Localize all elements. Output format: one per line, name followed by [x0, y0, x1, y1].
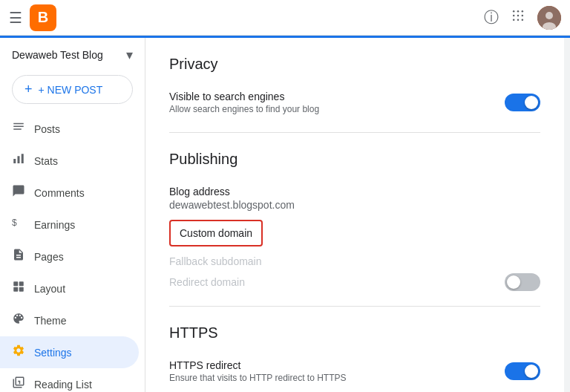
blog-address-content: Blog address dewawebtest.blogspot.com	[169, 186, 540, 211]
hamburger-icon[interactable]: ☰	[9, 9, 22, 27]
theme-icon	[12, 312, 25, 329]
chevron-down-icon: ▾	[126, 47, 133, 63]
svg-point-6	[513, 19, 515, 22]
sidebar-item-comments-label: Comments	[34, 187, 85, 199]
svg-point-1	[517, 10, 520, 12]
sidebar-item-stats-label: Stats	[34, 155, 58, 167]
avatar[interactable]	[537, 6, 561, 30]
privacy-section-title: Privacy	[169, 56, 540, 73]
svg-rect-16	[18, 156, 20, 163]
sidebar-item-reading-list[interactable]: Reading List	[0, 368, 139, 392]
visible-search-row: Visible to search engines Allow search e…	[169, 85, 540, 120]
visible-search-content: Visible to search engines Allow search e…	[169, 91, 505, 114]
sidebar-item-reading-list-label: Reading List	[34, 379, 92, 391]
scrollbar[interactable]	[564, 38, 570, 392]
https-section: HTTPS HTTPS redirect Ensure that visits …	[169, 307, 540, 392]
blog-address-value: dewawebtest.blogspot.com	[169, 199, 540, 211]
svg-text:$: $	[12, 218, 17, 228]
svg-rect-21	[13, 287, 18, 292]
help-icon[interactable]: ⓘ	[484, 7, 499, 27]
blog-selector[interactable]: Dewaweb Test Blog ▾	[0, 38, 145, 72]
layout-icon	[12, 280, 25, 297]
redirect-domain-toggle[interactable]	[505, 273, 540, 291]
svg-rect-14	[13, 128, 22, 130]
visible-search-label: Visible to search engines	[169, 91, 505, 102]
https-redirect-content: HTTPS redirect Ensure that visits to HTT…	[169, 359, 505, 383]
svg-point-8	[522, 19, 524, 22]
visible-search-toggle[interactable]	[505, 94, 540, 111]
sidebar-item-theme-label: Theme	[34, 315, 67, 327]
stats-icon	[12, 152, 25, 169]
svg-rect-15	[13, 159, 16, 163]
sidebar-item-settings-label: Settings	[34, 347, 72, 359]
sidebar-item-theme[interactable]: Theme	[0, 304, 139, 336]
sidebar-item-posts-label: Posts	[34, 123, 60, 135]
sidebar-item-pages-label: Pages	[34, 251, 64, 263]
sidebar-item-stats[interactable]: Stats	[0, 145, 139, 177]
blog-address-label: Blog address	[169, 186, 540, 197]
publishing-section: Publishing Blog address dewawebtest.blog…	[169, 133, 540, 307]
posts-icon	[12, 120, 25, 137]
sidebar-item-layout[interactable]: Layout	[0, 272, 139, 304]
earnings-icon: $	[12, 216, 25, 233]
blog-name: Dewaweb Test Blog	[12, 49, 103, 61]
fallback-subdomain-label: Fallback subdomain	[169, 249, 540, 270]
pages-icon	[12, 248, 25, 265]
svg-point-5	[522, 15, 524, 17]
svg-point-3	[513, 15, 515, 17]
https-redirect-label: HTTPS redirect	[169, 359, 505, 371]
sidebar-item-pages[interactable]: Pages	[0, 241, 139, 272]
blogger-logo: B	[30, 4, 56, 31]
svg-point-2	[522, 10, 524, 12]
sidebar-item-earnings[interactable]: $ Earnings	[0, 209, 139, 241]
new-post-button[interactable]: + + NEW POST	[12, 75, 133, 104]
top-bar-left: ☰ B	[9, 4, 56, 31]
plus-icon: +	[24, 82, 33, 97]
top-bar-right: ⓘ	[484, 6, 561, 30]
https-redirect-row: HTTPS redirect Ensure that visits to HTT…	[169, 353, 540, 389]
svg-point-10	[546, 12, 553, 19]
sidebar-item-settings[interactable]: Settings	[0, 336, 139, 368]
redirect-domain-row: Redirect domain	[169, 270, 540, 294]
privacy-section: Privacy Visible to search engines Allow …	[169, 38, 540, 133]
svg-point-4	[517, 15, 520, 17]
visible-search-desc: Allow search engines to find your blog	[169, 104, 505, 114]
publishing-section-title: Publishing	[169, 151, 540, 168]
grid-icon[interactable]	[511, 8, 525, 27]
https-redirect-desc: Ensure that visits to HTTP redirect to H…	[169, 373, 505, 383]
svg-rect-12	[13, 123, 24, 125]
svg-rect-19	[13, 281, 18, 286]
svg-point-7	[517, 19, 520, 22]
sidebar-item-comments[interactable]: Comments	[0, 177, 139, 209]
svg-rect-22	[19, 287, 24, 292]
redirect-domain-label: Redirect domain	[169, 276, 245, 288]
sidebar: Dewaweb Test Blog ▾ + + NEW POST Posts S…	[0, 38, 145, 392]
svg-rect-20	[19, 281, 24, 286]
blog-address-row: Blog address dewawebtest.blogspot.com	[169, 180, 540, 217]
sidebar-item-posts[interactable]: Posts	[0, 113, 139, 145]
content-area: Privacy Visible to search engines Allow …	[145, 38, 564, 392]
sidebar-item-layout-label: Layout	[34, 283, 65, 295]
svg-point-0	[513, 10, 515, 12]
https-redirect-toggle[interactable]	[505, 362, 540, 380]
svg-rect-13	[13, 126, 24, 128]
custom-domain-button[interactable]: Custom domain	[169, 220, 263, 246]
reading-list-icon	[12, 376, 25, 392]
comments-icon	[12, 184, 25, 201]
sidebar-item-earnings-label: Earnings	[34, 219, 75, 231]
https-section-title: HTTPS	[169, 324, 540, 342]
svg-rect-17	[22, 154, 24, 163]
settings-icon	[12, 344, 25, 361]
